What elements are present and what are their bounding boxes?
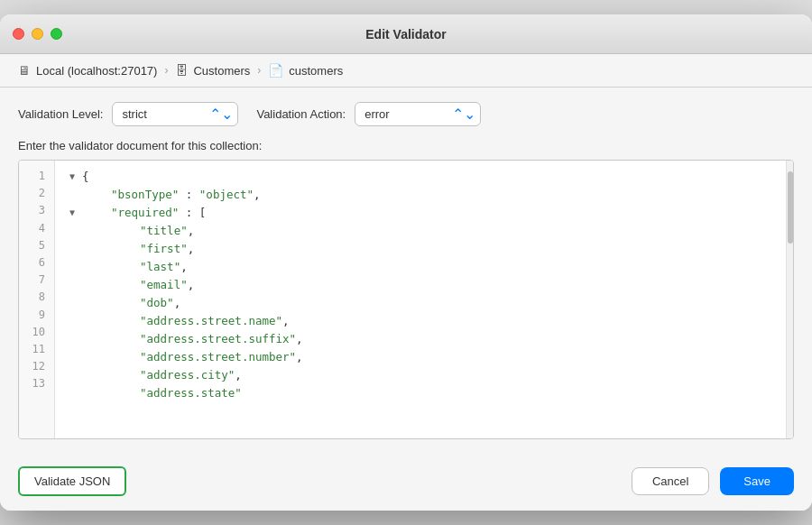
breadcrumb-server: Local (localhost:27017): [36, 64, 157, 78]
close-button[interactable]: [13, 28, 24, 40]
cancel-button[interactable]: Cancel: [632, 467, 709, 495]
validation-level-group: Validation Level: strict moderate off ⌃⌄: [18, 102, 238, 126]
validation-action-group: Validation Action: error warn ⌃⌄: [256, 102, 481, 126]
minimize-button[interactable]: [32, 28, 43, 40]
action-buttons: Cancel Save: [632, 467, 794, 495]
line-numbers: 1 2 3 4 5 6 7 8 9 10 11 12 13: [19, 161, 55, 438]
database-icon: 🗄: [175, 63, 188, 78]
window-controls: [13, 28, 62, 40]
title-bar: Edit Validator: [0, 14, 812, 54]
window-title: Edit Validator: [365, 27, 446, 41]
code-line-10: "address.street.suffix",: [69, 330, 786, 348]
code-line-11: "address.street.number",: [69, 348, 786, 366]
form-row: Validation Level: strict moderate off ⌃⌄…: [18, 102, 794, 126]
code-line-1: ▼{: [69, 168, 786, 186]
breadcrumb-sep-1: ›: [164, 64, 168, 77]
validation-action-label: Validation Action:: [256, 107, 346, 121]
code-line-6: "last",: [69, 258, 786, 276]
code-line-3: ▼"required" : [: [69, 204, 786, 222]
validation-level-label: Validation Level:: [18, 107, 103, 121]
breadcrumb-database: Customers: [193, 64, 250, 78]
content-area: Validation Level: strict moderate off ⌃⌄…: [0, 88, 812, 454]
validate-json-button[interactable]: Validate JSON: [18, 466, 126, 496]
collection-icon: 📄: [268, 63, 283, 78]
code-content[interactable]: ▼{ "bsonType" : "object", ▼"required" : …: [55, 161, 786, 438]
code-line-2: "bsonType" : "object",: [69, 186, 786, 204]
code-editor[interactable]: 1 2 3 4 5 6 7 8 9 10 11 12 13 ▼{ "bsonTy…: [18, 160, 794, 439]
scrollbar-track[interactable]: [786, 161, 793, 438]
breadcrumb-collection: customers: [289, 64, 343, 78]
validation-level-select[interactable]: strict moderate off: [112, 102, 238, 126]
edit-validator-window: Edit Validator 🖥 Local (localhost:27017)…: [0, 14, 812, 511]
editor-label: Enter the validator document for this co…: [18, 139, 794, 152]
breadcrumb-sep-2: ›: [257, 64, 261, 77]
save-button[interactable]: Save: [720, 467, 794, 495]
code-line-12: "address.city",: [69, 366, 786, 384]
validation-action-select[interactable]: error warn: [355, 102, 481, 126]
code-line-7: "email",: [69, 276, 786, 294]
server-icon: 🖥: [18, 63, 31, 78]
code-line-4: "title",: [69, 222, 786, 240]
scrollbar-thumb[interactable]: [788, 171, 793, 244]
validation-action-select-wrapper: error warn ⌃⌄: [355, 102, 481, 126]
code-line-13: "address.state": [69, 384, 786, 402]
code-line-9: "address.street.name",: [69, 312, 786, 330]
breadcrumb: 🖥 Local (localhost:27017) › 🗄 Customers …: [0, 54, 812, 88]
code-line-8: "dob",: [69, 294, 786, 312]
maximize-button[interactable]: [51, 28, 62, 40]
button-row: Validate JSON Cancel Save: [0, 454, 812, 511]
code-line-5: "first",: [69, 240, 786, 258]
validation-level-select-wrapper: strict moderate off ⌃⌄: [112, 102, 238, 126]
